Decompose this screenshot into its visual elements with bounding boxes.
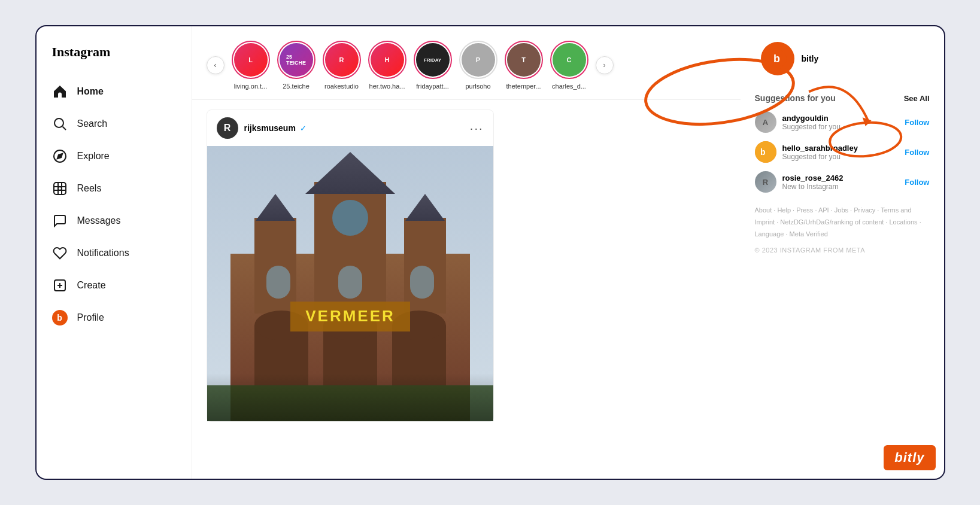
profile-avatar: b	[52, 310, 68, 325]
verified-badge: ✓	[300, 124, 307, 133]
story-avatar-5: P	[459, 41, 497, 79]
post-more-button[interactable]: ···	[470, 121, 484, 135]
suggestion-info-sarah: hello_sarahbroadley Suggested for you	[782, 144, 858, 161]
sidebar: Instagram Home Search Explore	[37, 26, 192, 479]
suggestion-sub-rosie: New to Instagram	[782, 182, 844, 191]
stories-row: ‹ L living.on.t... 25TEICHE 25.teiche R	[192, 36, 741, 100]
home-icon	[52, 84, 68, 99]
svg-rect-20	[404, 218, 446, 314]
sidebar-item-home[interactable]: Home	[44, 77, 184, 107]
suggestion-name-andy[interactable]: andygouldin	[782, 114, 841, 123]
follow-button-rosie[interactable]: Follow	[905, 178, 929, 187]
suggestion-item-rosie: R rosie_rose_2462 New to Instagram Follo…	[755, 171, 930, 193]
story-item-5[interactable]: P purlsoho	[459, 41, 497, 90]
suggestion-avatar-sarah: b	[755, 141, 776, 163]
search-icon	[52, 116, 68, 132]
svg-rect-17	[332, 200, 368, 236]
svg-point-0	[54, 118, 63, 127]
story-label-3: her.two.ha...	[369, 83, 405, 90]
suggestion-name-sarah[interactable]: hello_sarahbroadley	[782, 144, 858, 153]
main-layout: Instagram Home Search Explore	[37, 26, 944, 479]
sidebar-item-notifications-label: Notifications	[77, 248, 129, 258]
story-label-1: 25.teiche	[283, 83, 310, 90]
story-avatar-7: C	[550, 41, 588, 79]
bitly-branding: bitly	[884, 445, 935, 470]
suggestion-info-rosie: rosie_rose_2462 New to Instagram	[782, 174, 844, 191]
story-avatar-3: H	[368, 41, 406, 79]
post-header: R rijksmuseum ✓ ···	[207, 110, 493, 146]
reels-icon	[52, 181, 68, 196]
post-username-block: rijksmuseum ✓	[244, 123, 307, 133]
story-label-6: thetemper...	[506, 83, 541, 90]
sidebar-item-search[interactable]: Search	[44, 109, 184, 139]
story-item-7[interactable]: C charles_d...	[550, 41, 588, 90]
svg-marker-3	[57, 154, 62, 159]
notifications-icon	[52, 245, 68, 261]
svg-line-1	[62, 127, 66, 130]
sidebar-item-search-label: Search	[77, 118, 108, 129]
story-avatar-4: FRIDAY	[414, 41, 452, 79]
bitly-profile-section: b bitly	[755, 36, 930, 81]
story-item-2[interactable]: R roakestudio	[323, 41, 361, 90]
feed-area: R rijksmuseum ✓ ···	[192, 109, 741, 422]
story-avatar-1: 25TEICHE	[277, 41, 315, 79]
sidebar-item-explore-label: Explore	[77, 151, 110, 162]
footer-copyright: © 2023 INSTAGRAM FROM META	[755, 245, 930, 257]
story-label-2: roakestudio	[324, 83, 359, 90]
svg-text:b: b	[773, 53, 780, 65]
svg-rect-28	[266, 266, 290, 299]
story-label-7: charles_d...	[552, 83, 586, 90]
suggestion-sub-andy: Suggested for you	[782, 123, 841, 131]
bitly-name-block: bitly	[802, 54, 819, 63]
follow-button-andy[interactable]: Follow	[905, 118, 929, 127]
stories-next-button[interactable]: ›	[596, 56, 614, 74]
follow-button-sarah[interactable]: Follow	[905, 148, 929, 157]
sidebar-item-notifications[interactable]: Notifications	[44, 238, 184, 268]
svg-point-36	[755, 141, 776, 163]
story-item-1[interactable]: 25TEICHE 25.teiche	[277, 41, 315, 90]
post-image-overlay	[207, 373, 493, 421]
suggestions-header: Suggestions for you See All	[755, 93, 930, 103]
sidebar-item-reels[interactable]: Reels	[44, 174, 184, 203]
footer-links: About · Help · Press · API · Jobs · Priv…	[755, 205, 930, 257]
post-image: VERMEER	[207, 146, 493, 421]
svg-rect-18	[254, 218, 296, 314]
post-card: R rijksmuseum ✓ ···	[207, 109, 494, 422]
messages-icon	[52, 213, 68, 229]
sidebar-item-explore[interactable]: Explore	[44, 141, 184, 171]
sidebar-item-create-label: Create	[77, 280, 106, 291]
svg-rect-4	[54, 182, 66, 194]
sidebar-item-home-label: Home	[77, 86, 104, 97]
stories-prev-button[interactable]: ‹	[207, 56, 224, 74]
sidebar-item-reels-label: Reels	[77, 183, 102, 194]
app-logo[interactable]: Instagram	[44, 38, 184, 74]
story-item-6[interactable]: T thetemper...	[505, 41, 543, 90]
post-username[interactable]: rijksmuseum	[244, 123, 296, 133]
bitly-avatar: b	[761, 42, 794, 75]
story-item-3[interactable]: H her.two.ha...	[368, 41, 406, 90]
app-frame: Instagram Home Search Explore	[35, 25, 945, 480]
story-item-0[interactable]: L living.on.t...	[232, 41, 270, 90]
suggestion-info-andy: andygouldin Suggested for you	[782, 114, 841, 131]
post-user: R rijksmuseum ✓	[217, 117, 307, 139]
bitly-username[interactable]: bitly	[802, 54, 819, 63]
story-avatar-2: R	[323, 41, 361, 79]
suggestion-avatar-rosie: R	[755, 171, 776, 193]
svg-rect-29	[338, 266, 362, 299]
main-feed: ‹ L living.on.t... 25TEICHE 25.teiche R	[192, 26, 741, 479]
create-icon	[52, 278, 68, 293]
story-label-4: fridaypatt...	[416, 83, 448, 90]
sidebar-item-create[interactable]: Create	[44, 270, 184, 300]
sidebar-item-messages-label: Messages	[77, 215, 121, 226]
explore-icon	[52, 148, 68, 164]
suggestion-item-andy: A andygouldin Suggested for you Follow	[755, 111, 930, 133]
sidebar-item-profile[interactable]: b Profile	[44, 303, 184, 333]
story-item-4[interactable]: FRIDAY fridaypatt...	[414, 41, 452, 90]
suggestion-name-rosie[interactable]: rosie_rose_2462	[782, 174, 844, 182]
sidebar-item-messages[interactable]: Messages	[44, 206, 184, 236]
see-all-link[interactable]: See All	[904, 94, 930, 103]
suggestion-sub-sarah: Suggested for you	[782, 153, 858, 161]
story-avatar-0: L	[232, 41, 270, 79]
sidebar-item-profile-label: Profile	[77, 312, 104, 323]
suggestion-item-sarah: b hello_sarahbroadley Suggested for you …	[755, 141, 930, 163]
